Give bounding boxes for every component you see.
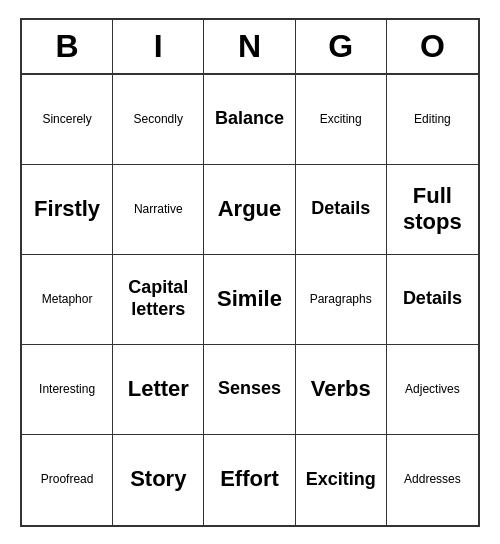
bingo-cell-21[interactable]: Story (113, 435, 204, 525)
bingo-cell-6[interactable]: Narrative (113, 165, 204, 255)
cell-text-22: Effort (220, 466, 279, 492)
bingo-cell-11[interactable]: Capital letters (113, 255, 204, 345)
header-letter-B: B (22, 20, 113, 73)
cell-text-10: Metaphor (42, 292, 93, 306)
cell-text-23: Exciting (306, 469, 376, 491)
cell-text-17: Senses (218, 378, 281, 400)
cell-text-3: Exciting (320, 112, 362, 126)
bingo-cell-5[interactable]: Firstly (22, 165, 113, 255)
cell-text-11: Capital letters (119, 277, 197, 320)
header-letter-G: G (296, 20, 387, 73)
cell-text-13: Paragraphs (310, 292, 372, 306)
bingo-cell-18[interactable]: Verbs (296, 345, 387, 435)
cell-text-1: Secondly (134, 112, 183, 126)
cell-text-19: Adjectives (405, 382, 460, 396)
bingo-cell-20[interactable]: Proofread (22, 435, 113, 525)
bingo-cell-9[interactable]: Full stops (387, 165, 478, 255)
bingo-cell-16[interactable]: Letter (113, 345, 204, 435)
header-letter-O: O (387, 20, 478, 73)
bingo-cell-4[interactable]: Editing (387, 75, 478, 165)
cell-text-5: Firstly (34, 196, 100, 222)
bingo-cell-3[interactable]: Exciting (296, 75, 387, 165)
cell-text-15: Interesting (39, 382, 95, 396)
bingo-cell-17[interactable]: Senses (204, 345, 295, 435)
bingo-cell-10[interactable]: Metaphor (22, 255, 113, 345)
cell-text-18: Verbs (311, 376, 371, 402)
bingo-cell-7[interactable]: Argue (204, 165, 295, 255)
bingo-cell-2[interactable]: Balance (204, 75, 295, 165)
bingo-cell-8[interactable]: Details (296, 165, 387, 255)
cell-text-2: Balance (215, 108, 284, 130)
cell-text-24: Addresses (404, 472, 461, 486)
bingo-cell-12[interactable]: Simile (204, 255, 295, 345)
cell-text-20: Proofread (41, 472, 94, 486)
bingo-cell-15[interactable]: Interesting (22, 345, 113, 435)
bingo-cell-22[interactable]: Effort (204, 435, 295, 525)
header-letter-N: N (204, 20, 295, 73)
bingo-header: BINGO (22, 20, 478, 75)
bingo-cell-0[interactable]: Sincerely (22, 75, 113, 165)
bingo-card: BINGO SincerelySecondlyBalanceExcitingEd… (20, 18, 480, 527)
bingo-cell-1[interactable]: Secondly (113, 75, 204, 165)
cell-text-21: Story (130, 466, 186, 492)
cell-text-9: Full stops (393, 183, 472, 236)
bingo-cell-19[interactable]: Adjectives (387, 345, 478, 435)
cell-text-16: Letter (128, 376, 189, 402)
bingo-grid: SincerelySecondlyBalanceExcitingEditingF… (22, 75, 478, 525)
cell-text-7: Argue (218, 196, 282, 222)
cell-text-4: Editing (414, 112, 451, 126)
cell-text-8: Details (311, 198, 370, 220)
cell-text-14: Details (403, 288, 462, 310)
header-letter-I: I (113, 20, 204, 73)
bingo-cell-23[interactable]: Exciting (296, 435, 387, 525)
bingo-cell-24[interactable]: Addresses (387, 435, 478, 525)
cell-text-12: Simile (217, 286, 282, 312)
bingo-cell-14[interactable]: Details (387, 255, 478, 345)
cell-text-6: Narrative (134, 202, 183, 216)
cell-text-0: Sincerely (42, 112, 91, 126)
bingo-cell-13[interactable]: Paragraphs (296, 255, 387, 345)
